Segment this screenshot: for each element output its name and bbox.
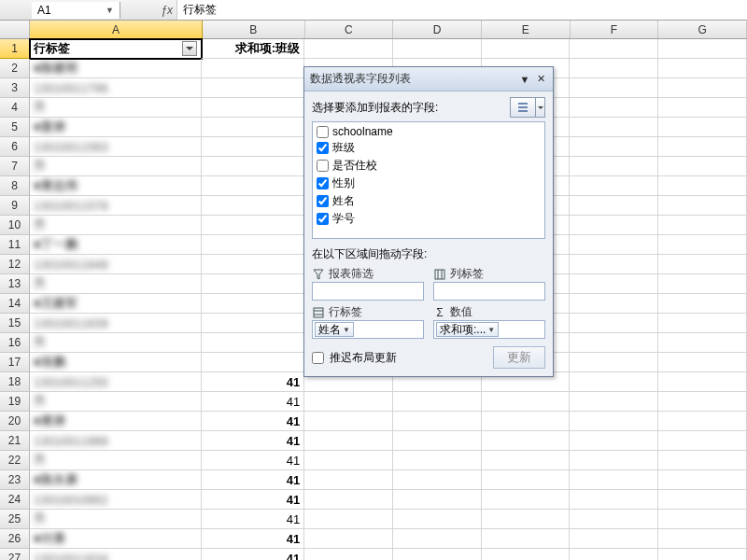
cell-F2[interactable] [570,59,658,78]
column-header-C[interactable]: C [305,21,394,38]
cell-F23[interactable] [570,470,658,490]
cell-F26[interactable] [570,529,658,549]
cell-A21[interactable]: 13010011968 [30,431,202,451]
cell-B12[interactable] [202,255,304,274]
cell-F12[interactable] [570,255,658,274]
cell-A3[interactable]: 13010011796 [30,78,202,98]
cell-A19[interactable]: 男 [30,392,202,412]
cell-B25[interactable]: 41 [202,510,304,529]
formula-input[interactable]: 行标签 [176,0,747,20]
row-header[interactable]: 15 [0,314,30,333]
row-header[interactable]: 18 [0,372,30,392]
cell-A13[interactable]: 男 [30,274,202,294]
row-header[interactable]: 9 [0,196,30,216]
cell-F5[interactable] [570,118,658,137]
cell-F14[interactable] [570,294,658,314]
cell-E19[interactable] [482,392,571,412]
cell-B2[interactable] [202,59,304,78]
cell-D27[interactable] [393,549,482,560]
area-values-drop[interactable]: 求和项:... ▼ [433,320,545,339]
cell-G27[interactable] [658,549,747,560]
field-item[interactable]: schoolname [313,124,544,139]
cell-G25[interactable] [658,510,747,529]
cell-B8[interactable] [202,176,304,196]
cell-E22[interactable] [482,451,571,470]
cell-G9[interactable] [658,196,747,216]
cell-A4[interactable]: 男 [30,98,202,118]
cell-A11[interactable]: ■丁一鹏 [30,235,202,255]
cell-B16[interactable] [202,333,304,353]
row-header[interactable]: 26 [0,529,30,549]
column-header-G[interactable]: G [658,21,747,38]
row-header[interactable]: 11 [0,235,30,255]
layout-options-dropdown[interactable] [536,97,545,118]
cell-G11[interactable] [658,235,747,255]
row-header[interactable]: 16 [0,333,30,353]
cell-F6[interactable] [570,137,658,157]
select-all-corner[interactable] [0,21,30,38]
cell-G20[interactable] [658,412,747,431]
cell-G4[interactable] [658,98,747,118]
cell-F19[interactable] [570,392,658,412]
cell-G22[interactable] [658,451,747,470]
cell-A7[interactable]: 男 [30,157,202,176]
cell-A25[interactable]: 男 [30,510,202,529]
cell-C1[interactable] [304,39,393,59]
cell-A27[interactable]: 13010011634 [30,549,202,560]
defer-layout-checkbox[interactable] [312,352,324,364]
row-header[interactable]: 24 [0,490,30,510]
cell-G2[interactable] [658,59,747,78]
cell-A2[interactable]: ■陈建明 [30,59,202,78]
chevron-down-icon[interactable]: ▼ [518,73,531,86]
cell-E21[interactable] [482,431,571,451]
cell-E1[interactable] [482,39,571,59]
value-token[interactable]: 求和项:... ▼ [436,322,499,337]
cell-B6[interactable] [202,137,304,157]
cell-B14[interactable] [202,294,304,314]
row-header[interactable]: 19 [0,392,30,412]
column-header-F[interactable]: F [571,21,659,38]
cell-D24[interactable] [393,490,482,510]
cell-G18[interactable] [658,372,747,392]
cell-C25[interactable] [304,510,393,529]
row-header[interactable]: 2 [0,59,30,78]
cell-G12[interactable] [658,255,747,274]
field-checkbox[interactable] [317,213,329,225]
cell-B9[interactable] [202,196,304,216]
row-header[interactable]: 4 [0,98,30,118]
cell-F25[interactable] [570,510,658,529]
cell-G26[interactable] [658,529,747,549]
panel-titlebar[interactable]: 数据透视表字段列表 ▼ ✕ [304,67,553,91]
cell-B3[interactable] [202,78,304,98]
cell-B5[interactable] [202,118,304,137]
cell-F1[interactable] [570,39,658,59]
field-checkbox[interactable] [317,160,329,172]
cell-B18[interactable]: 41 [202,372,304,392]
field-item[interactable]: 性别 [313,175,544,192]
cell-F13[interactable] [570,274,658,294]
field-item[interactable]: 学号 [313,210,544,228]
cell-G8[interactable] [658,176,747,196]
cell-C24[interactable] [304,490,393,510]
chevron-down-icon[interactable]: ▼ [106,6,114,15]
row-token[interactable]: 姓名 ▼ [315,322,354,337]
cell-E20[interactable] [482,412,571,431]
cell-B11[interactable] [202,235,304,255]
cell-F21[interactable] [570,431,658,451]
cell-G21[interactable] [658,431,747,451]
column-header-E[interactable]: E [482,21,571,38]
cell-D21[interactable] [393,431,482,451]
cell-B13[interactable] [202,274,304,294]
row-header[interactable]: 25 [0,510,30,529]
cell-D26[interactable] [393,529,482,549]
column-header-D[interactable]: D [393,21,482,38]
cell-B17[interactable] [202,353,304,372]
cell-G14[interactable] [658,294,747,314]
chevron-down-icon[interactable]: ▼ [487,326,495,334]
row-header[interactable]: 6 [0,137,30,157]
cell-G3[interactable] [658,78,747,98]
cell-D25[interactable] [393,510,482,529]
cell-A24[interactable]: 13010010662 [30,490,202,510]
cell-F7[interactable] [570,157,658,176]
cell-B15[interactable] [202,314,304,333]
